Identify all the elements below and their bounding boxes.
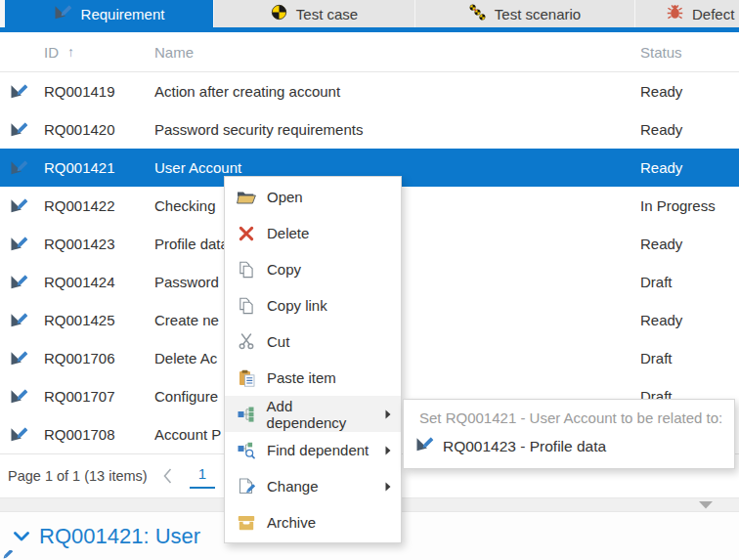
requirement-icon (415, 436, 434, 456)
tab-label: Requirement (81, 6, 165, 22)
tab-test-scenario[interactable]: Test scenario (414, 0, 634, 27)
test-case-icon (271, 4, 287, 23)
grid-header: ID ↑ Name Status (0, 32, 739, 72)
pagination-summary: Page 1 of 1 (13 items) (8, 468, 148, 484)
menu-item-open[interactable]: Open (225, 179, 401, 215)
submenu-arrow-icon (385, 482, 391, 492)
row-status: Ready (640, 121, 739, 138)
row-id: RQ001423 (44, 236, 154, 252)
find-dependent-icon (237, 442, 256, 459)
menu-item-change[interactable]: Change (225, 468, 401, 504)
row-id: RQ001425 (44, 312, 154, 328)
test-scenario-icon (469, 4, 486, 23)
pencil-icon (1, 546, 13, 560)
requirement-icon (54, 4, 72, 23)
column-header-name[interactable]: Name (154, 44, 640, 61)
delete-icon (237, 226, 256, 241)
tab-test-case[interactable]: Test case (213, 0, 414, 27)
submenu-arrow-icon (385, 446, 391, 455)
row-name: Password security requirements (154, 121, 640, 138)
copy-link-icon (237, 297, 256, 315)
page-number-current[interactable]: 1 (190, 463, 215, 489)
tab-label: Test case (296, 6, 358, 22)
row-status: Ready (640, 312, 739, 328)
row-id: RQ001419 (44, 83, 154, 100)
menu-item-delete[interactable]: Delete (225, 215, 401, 251)
row-status: Ready (640, 236, 739, 252)
tab-label: Defect (692, 6, 734, 22)
defect-icon (667, 4, 683, 23)
column-header-id[interactable]: ID ↑ (44, 44, 154, 61)
row-status: Ready (640, 83, 739, 100)
row-id: RQ001422 (44, 197, 154, 214)
column-header-status[interactable]: Status (640, 44, 739, 61)
app-window: Requirement Test case Test scenario Defe… (0, 0, 739, 560)
row-status: Draft (640, 274, 739, 290)
menu-item-find-dependent[interactable]: Find dependent (225, 432, 401, 468)
cut-icon (237, 333, 256, 350)
collapse-panel-icon[interactable] (699, 501, 713, 509)
requirement-icon (0, 121, 44, 138)
tab-bar: Requirement Test case Test scenario Defe… (0, 0, 739, 27)
context-menu: Open Delete Copy Copy link Cut Paste ite… (224, 176, 402, 543)
row-id: RQ001706 (44, 350, 154, 366)
requirement-icon (0, 159, 44, 176)
copy-icon (237, 261, 256, 279)
row-id: RQ001420 (44, 121, 154, 138)
requirement-icon (0, 197, 44, 214)
add-dependency-icon (237, 407, 256, 422)
menu-item-paste-item[interactable]: Paste item (225, 360, 401, 396)
tab-label: Test scenario (495, 6, 581, 22)
requirement-icon (0, 236, 44, 252)
table-row[interactable]: RQ001419 Action after creating account R… (0, 72, 739, 110)
paste-icon (237, 369, 256, 387)
archive-icon (237, 515, 256, 531)
add-dependency-submenu: Set RQ001421 - User Account to be relate… (403, 399, 735, 469)
row-id: RQ001708 (44, 426, 154, 443)
tab-defect[interactable]: Defect (634, 0, 739, 27)
open-folder-icon (237, 190, 256, 205)
requirement-icon (0, 83, 44, 100)
tab-requirement[interactable]: Requirement (5, 0, 213, 27)
row-name: Action after creating account (154, 83, 640, 100)
requirement-icon (0, 350, 44, 366)
submenu-item-related-requirement[interactable]: RQ001423 - Profile data (404, 433, 734, 459)
row-id: RQ001424 (44, 274, 154, 290)
menu-item-archive[interactable]: Archive (225, 504, 401, 540)
requirement-icon (0, 274, 44, 290)
submenu-header: Set RQ001421 - User Account to be relate… (404, 408, 734, 433)
sort-ascending-icon: ↑ (67, 44, 74, 60)
row-status: Ready (640, 159, 739, 176)
menu-item-add-dependency[interactable]: Add dependency (225, 396, 401, 432)
table-row[interactable]: RQ001420 Password security requirements … (0, 110, 739, 149)
requirement-icon (0, 426, 44, 443)
previous-page-icon[interactable] (163, 468, 172, 484)
row-name: User Account (154, 159, 640, 176)
menu-item-cut[interactable]: Cut (225, 323, 401, 360)
change-icon (237, 478, 256, 495)
row-id: RQ001707 (44, 388, 154, 405)
chevron-down-icon[interactable] (14, 532, 29, 541)
requirement-icon (0, 312, 44, 328)
row-status: In Progress (640, 197, 739, 214)
menu-item-copy-link[interactable]: Copy link (225, 287, 401, 323)
requirement-icon (0, 388, 44, 405)
row-status: Draft (640, 350, 739, 366)
detail-title: RQ001421: User (39, 524, 200, 549)
row-id: RQ001421 (44, 159, 154, 176)
submenu-arrow-icon (385, 409, 391, 419)
menu-item-copy[interactable]: Copy (225, 251, 401, 287)
